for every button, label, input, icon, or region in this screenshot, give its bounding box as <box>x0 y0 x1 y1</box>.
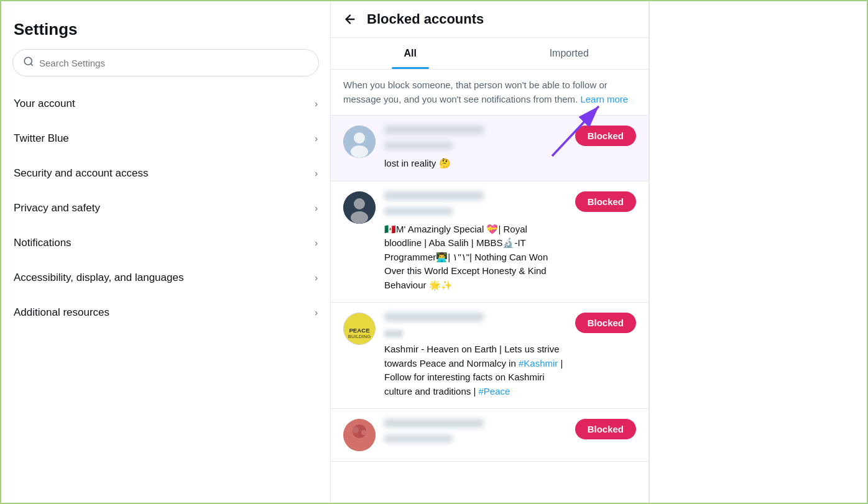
blocked-item: PEACE BUILDING Kashmir - Heaven on Earth… <box>331 303 649 409</box>
user-bio: Kashmir - Heaven on Earth | Lets us stri… <box>384 342 566 398</box>
avatar <box>343 419 376 451</box>
user-info: 🇲🇽M' Amazingly Special 💝| Royal bloodlin… <box>384 191 566 293</box>
handle-blur <box>384 208 453 215</box>
svg-point-10 <box>351 211 368 224</box>
tab-all[interactable]: All <box>331 38 490 69</box>
sidebar-title: Settings <box>1 14 330 49</box>
tab-imported[interactable]: Imported <box>490 38 649 69</box>
sidebar-item-security[interactable]: Security and account access › <box>1 156 330 191</box>
sidebar-nav: Your account › Twitter Blue › Security a… <box>1 86 330 330</box>
svg-text:BUILDING: BUILDING <box>348 334 371 339</box>
user-info: Kashmir - Heaven on Earth | Lets us stri… <box>384 313 566 398</box>
user-bio: lost in reality 🤔 <box>384 157 566 171</box>
user-bio: 🇲🇽M' Amazingly Special 💝| Royal bloodlin… <box>384 222 566 293</box>
svg-point-16 <box>353 427 359 433</box>
svg-point-0 <box>24 57 32 65</box>
info-bar: When you block someone, that person won'… <box>331 70 649 116</box>
sidebar-item-accessibility[interactable]: Accessibility, display, and languages › <box>1 260 330 295</box>
user-info <box>384 419 566 450</box>
learn-more-link[interactable]: Learn more <box>580 94 628 104</box>
search-input[interactable] <box>39 58 308 68</box>
blocked-item-wrapper-1: lost in reality 🤔 Blocked <box>331 116 649 181</box>
tabs-container: All Imported <box>331 38 649 70</box>
chevron-icon: › <box>315 273 318 283</box>
username-blur <box>384 419 484 428</box>
sidebar-item-your-account[interactable]: Your account › <box>1 86 330 121</box>
handle-blur <box>384 142 453 149</box>
sidebar-item-privacy[interactable]: Privacy and safety › <box>1 191 330 226</box>
page-title: Blocked accounts <box>367 11 484 27</box>
chevron-icon: › <box>315 134 318 144</box>
svg-text:PEACE: PEACE <box>349 327 370 334</box>
right-panel <box>649 1 867 503</box>
blocked-list: lost in reality 🤔 Blocked <box>331 116 649 462</box>
chevron-icon: › <box>315 203 318 213</box>
main-header: Blocked accounts <box>331 1 649 38</box>
username-blur <box>384 313 484 321</box>
svg-point-5 <box>351 145 368 158</box>
blocked-item: lost in reality 🤔 Blocked <box>331 116 649 181</box>
avatar <box>343 191 376 224</box>
chevron-icon: › <box>315 308 318 318</box>
username-blur <box>384 191 484 200</box>
svg-point-4 <box>354 132 365 144</box>
chevron-icon: › <box>315 99 318 109</box>
chevron-icon: › <box>315 238 318 248</box>
sidebar-item-additional[interactable]: Additional resources › <box>1 295 330 330</box>
blocked-button[interactable]: Blocked <box>575 191 636 212</box>
blocked-item: Blocked <box>331 409 649 462</box>
sidebar-item-notifications[interactable]: Notifications › <box>1 226 330 260</box>
svg-point-17 <box>361 430 366 435</box>
blocked-button[interactable]: Blocked <box>575 126 636 146</box>
search-box[interactable] <box>12 49 319 76</box>
sidebar: Settings Your account › Twitter Blue › S… <box>1 1 331 503</box>
hashtag-kashmir[interactable]: #Kashmir <box>519 358 558 369</box>
sidebar-item-twitter-blue[interactable]: Twitter Blue › <box>1 121 330 156</box>
username-blur <box>384 126 484 134</box>
chevron-icon: › <box>315 168 318 178</box>
hashtag-peace[interactable]: #Peace <box>478 386 510 396</box>
svg-line-1 <box>30 63 32 65</box>
back-button[interactable] <box>343 12 357 26</box>
user-info: lost in reality 🤔 <box>384 126 566 171</box>
blocked-button[interactable]: Blocked <box>575 419 636 439</box>
search-icon <box>23 56 34 70</box>
blocked-button[interactable]: Blocked <box>575 313 636 333</box>
avatar: PEACE BUILDING <box>343 313 376 345</box>
avatar <box>343 126 376 158</box>
blocked-item: 🇲🇽M' Amazingly Special 💝| Royal bloodlin… <box>331 181 649 303</box>
svg-point-9 <box>354 198 365 209</box>
main-panel: Blocked accounts All Imported When you b… <box>331 1 649 503</box>
handle-blur <box>384 435 453 442</box>
